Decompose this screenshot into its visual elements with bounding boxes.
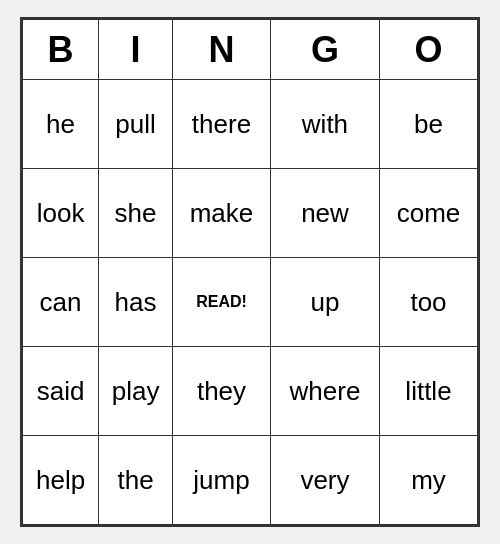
cell-3-3: where	[270, 347, 379, 436]
table-row: look she make new come	[23, 169, 478, 258]
cell-3-2: they	[173, 347, 271, 436]
header-row: B I N G O	[23, 20, 478, 80]
cell-3-4: little	[379, 347, 477, 436]
header-o: O	[379, 20, 477, 80]
cell-0-2: there	[173, 80, 271, 169]
table-row: help the jump very my	[23, 436, 478, 525]
cell-4-2: jump	[173, 436, 271, 525]
cell-2-0: can	[23, 258, 99, 347]
cell-0-1: pull	[99, 80, 173, 169]
table-row: can has READ! up too	[23, 258, 478, 347]
cell-2-4: too	[379, 258, 477, 347]
cell-0-4: be	[379, 80, 477, 169]
header-g: G	[270, 20, 379, 80]
cell-1-3: new	[270, 169, 379, 258]
cell-1-4: come	[379, 169, 477, 258]
cell-4-1: the	[99, 436, 173, 525]
cell-2-3: up	[270, 258, 379, 347]
cell-2-1: has	[99, 258, 173, 347]
cell-1-1: she	[99, 169, 173, 258]
table-row: he pull there with be	[23, 80, 478, 169]
header-b: B	[23, 20, 99, 80]
cell-0-0: he	[23, 80, 99, 169]
bingo-table: B I N G O he pull there with be look she…	[22, 19, 478, 525]
cell-1-0: look	[23, 169, 99, 258]
cell-0-3: with	[270, 80, 379, 169]
cell-4-3: very	[270, 436, 379, 525]
cell-3-1: play	[99, 347, 173, 436]
header-i: I	[99, 20, 173, 80]
cell-1-2: make	[173, 169, 271, 258]
cell-4-4: my	[379, 436, 477, 525]
table-row: said play they where little	[23, 347, 478, 436]
cell-4-0: help	[23, 436, 99, 525]
bingo-card: B I N G O he pull there with be look she…	[20, 17, 480, 527]
cell-2-2: READ!	[173, 258, 271, 347]
header-n: N	[173, 20, 271, 80]
cell-3-0: said	[23, 347, 99, 436]
